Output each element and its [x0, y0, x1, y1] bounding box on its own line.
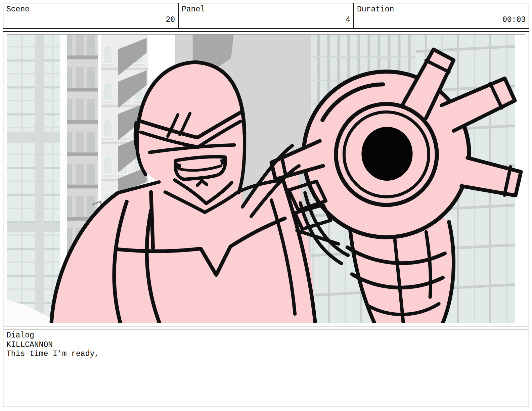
panel-label: Panel [182, 5, 205, 14]
info-bar: Scene 20 Panel 4 Duration 00:03 [3, 3, 529, 29]
storyboard-image-panel [3, 31, 529, 326]
cannon-bore [361, 127, 412, 181]
dialog-box: Dialog KILLCANNON This time I'm ready, [3, 329, 529, 407]
dialog-line: This time I'm ready, [6, 350, 99, 358]
duration-label: Duration [357, 5, 394, 14]
storyboard-artwork [7, 34, 525, 323]
panel-value: 4 [346, 15, 350, 24]
panel-cell: Panel 4 [178, 3, 354, 29]
scene-cell: Scene 20 [3, 3, 179, 29]
scene-value: 20 [166, 15, 175, 24]
dialog-character: KILLCANNON [6, 340, 53, 349]
glass-building-left [7, 35, 60, 323]
duration-value: 00:03 [502, 15, 526, 24]
duration-cell: Duration 00:03 [353, 3, 529, 29]
dialog-label: Dialog [6, 331, 34, 340]
scene-label: Scene [6, 5, 30, 14]
